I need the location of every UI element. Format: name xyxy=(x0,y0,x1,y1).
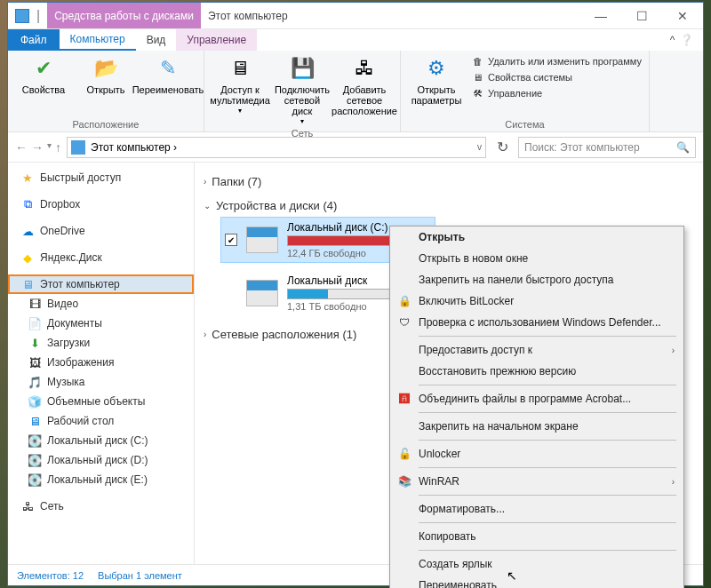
open-button[interactable]: 📂Открыть xyxy=(77,54,134,95)
manage-icon: 🛠 xyxy=(470,86,484,100)
separator xyxy=(419,440,676,441)
ctx-pin-start[interactable]: Закрепить на начальном экране xyxy=(390,416,683,437)
winrar-icon: 📚 xyxy=(397,474,411,489)
open-settings-button[interactable]: ⚙Открыть параметры xyxy=(408,54,465,106)
separator xyxy=(419,522,676,523)
sidebar-disk-c[interactable]: 💽Локальный диск (C:) xyxy=(8,431,194,450)
video-icon: 🎞 xyxy=(28,297,42,311)
group-location-label: Расположение xyxy=(15,117,196,130)
maximize-button[interactable]: ☐ xyxy=(621,3,662,28)
uninstall-button[interactable]: 🗑Удалить или изменить программу xyxy=(470,54,642,68)
star-icon: ★ xyxy=(20,171,35,185)
separator xyxy=(419,495,676,496)
sidebar-this-pc[interactable]: 🖥Этот компьютер xyxy=(8,274,194,294)
open-icon: 📂 xyxy=(92,54,120,83)
addressbar: ← → ▾ ↑ Этот компьютер › v ↻ Поиск: Этот… xyxy=(8,132,703,163)
ctx-defender[interactable]: 🛡Проверка с использованием Windows Defen… xyxy=(390,312,683,333)
ribbon: ✔Свойства 📂Открыть ✎Переименовать Распол… xyxy=(8,51,703,132)
status-selection: Выбран 1 элемент xyxy=(98,570,182,581)
sidebar-onedrive[interactable]: ☁OneDrive xyxy=(8,221,194,241)
drive-checkbox[interactable]: ✔ xyxy=(225,234,237,246)
recent-button[interactable]: ▾ xyxy=(47,140,52,155)
ctx-winrar[interactable]: 📚WinRAR› xyxy=(390,471,683,492)
sidebar-documents[interactable]: 📄Документы xyxy=(8,314,194,333)
drive-icon xyxy=(246,226,278,253)
address-input[interactable]: Этот компьютер › v xyxy=(67,137,486,158)
titlebar: | Средства работы с дисками Этот компьют… xyxy=(8,3,703,29)
sidebar-desktop[interactable]: 🖥Рабочий стол xyxy=(8,411,194,431)
refresh-button[interactable]: ↻ xyxy=(491,139,513,155)
separator xyxy=(419,385,676,385)
up-button[interactable]: ↑ xyxy=(55,140,61,155)
ctx-grant-access[interactable]: Предоставить доступ к› xyxy=(390,339,683,361)
rename-button[interactable]: ✎Переименовать xyxy=(140,54,196,95)
checkmark-icon: ✔ xyxy=(29,54,58,83)
ctx-acrobat[interactable]: 🅰Объединить файлы в программе Acrobat... xyxy=(390,388,683,409)
forward-button[interactable]: → xyxy=(31,140,44,155)
search-input[interactable]: Поиск: Этот компьютер 🔍 xyxy=(518,137,696,158)
sidebar-yandex[interactable]: ◆Яндекс.Диск xyxy=(8,248,194,267)
pc-icon xyxy=(71,140,85,155)
group-system-label: Система xyxy=(408,117,642,130)
drives-group-header[interactable]: ⌄Устройства и диски (4) xyxy=(204,194,694,218)
chevron-down-icon: ⌄ xyxy=(204,201,211,211)
file-tab[interactable]: Файл xyxy=(8,29,60,51)
manage-button[interactable]: 🛠Управление xyxy=(470,86,642,100)
ctx-open[interactable]: Открыть xyxy=(390,226,683,248)
pc-icon: 🖥 xyxy=(20,277,35,291)
lock-icon: 🔒 xyxy=(397,294,411,308)
rename-icon: ✎ xyxy=(154,54,182,83)
sidebar-pictures[interactable]: 🖼Изображения xyxy=(8,353,194,372)
ctx-copy[interactable]: Копировать xyxy=(390,526,683,547)
status-item-count: Элементов: 12 xyxy=(17,570,84,581)
uninstall-icon: 🗑 xyxy=(470,54,484,68)
tab-computer[interactable]: Компьютер xyxy=(60,29,136,51)
ctx-open-new-window[interactable]: Открыть в новом окне xyxy=(390,248,683,269)
close-button[interactable]: ✕ xyxy=(662,3,703,28)
ctx-format[interactable]: Форматировать... xyxy=(390,498,683,520)
add-network-button[interactable]: 🖧Добавить сетевое расположение xyxy=(336,54,393,116)
map-drive-button[interactable]: 💾Подключить сетевой диск▾ xyxy=(274,54,331,126)
properties-button[interactable]: ✔Свойства xyxy=(15,54,72,95)
sidebar-disk-e[interactable]: 💽Локальный диск (E:) xyxy=(8,470,194,489)
onedrive-icon: ☁ xyxy=(20,224,35,238)
chevron-right-icon: › xyxy=(204,330,206,339)
network-location-icon: 🖧 xyxy=(350,54,379,83)
drive-icon: 💽 xyxy=(28,473,42,487)
system-properties-button[interactable]: 🖥Свойства системы xyxy=(470,70,642,84)
computer-icon: 🖥 xyxy=(470,70,484,84)
tab-view[interactable]: Вид xyxy=(136,29,177,51)
sidebar-downloads[interactable]: ⬇Загрузки xyxy=(8,333,194,353)
ctx-bitlocker[interactable]: 🔒Включить BitLocker xyxy=(390,290,683,312)
minimize-button[interactable]: — xyxy=(580,3,621,28)
ctx-pin-quick-access[interactable]: Закрепить на панели быстрого доступа xyxy=(390,269,683,290)
sidebar-disk-d[interactable]: 💽Локальный диск (D:) xyxy=(8,450,194,470)
sidebar-quick-access[interactable]: ★Быстрый доступ xyxy=(8,168,194,187)
sidebar-video[interactable]: 🎞Видео xyxy=(8,294,194,314)
folders-group-header[interactable]: ›Папки (7) xyxy=(204,170,694,194)
drive-icon: 💽 xyxy=(28,433,42,448)
ctx-rename[interactable]: Переименовать xyxy=(390,575,683,588)
pictures-icon: 🖼 xyxy=(28,355,42,369)
navigation-pane: ★Быстрый доступ ⧉Dropbox ☁OneDrive ◆Янде… xyxy=(8,163,195,564)
cube-icon: 🧊 xyxy=(28,394,42,409)
separator xyxy=(419,467,676,468)
separator xyxy=(419,550,676,551)
chevron-right-icon: › xyxy=(672,346,675,355)
dropbox-icon: ⧉ xyxy=(20,197,35,211)
ctx-restore-version[interactable]: Восстановить прежнюю версию xyxy=(390,361,683,382)
sidebar-dropbox[interactable]: ⧉Dropbox xyxy=(8,195,194,214)
tab-manage[interactable]: Управление xyxy=(176,29,257,51)
ribbon-collapse[interactable]: ^ ❔ xyxy=(667,29,703,51)
sidebar-music[interactable]: 🎵Музыка xyxy=(8,372,194,392)
drive-network-icon: 💾 xyxy=(288,54,316,83)
sidebar-3d-objects[interactable]: 🧊Объемные объекты xyxy=(8,392,194,411)
sidebar-network[interactable]: 🖧Сеть xyxy=(8,497,194,516)
back-button[interactable]: ← xyxy=(15,140,28,155)
separator xyxy=(419,412,676,413)
ctx-unlocker[interactable]: 🔓Unlocker xyxy=(390,443,683,465)
ctx-create-shortcut[interactable]: Создать ярлык xyxy=(390,553,683,575)
yandex-icon: ◆ xyxy=(20,250,35,265)
shield-icon: 🛡 xyxy=(397,315,411,330)
media-access-button[interactable]: 🖥Доступ к мультимедиа▾ xyxy=(212,54,268,115)
